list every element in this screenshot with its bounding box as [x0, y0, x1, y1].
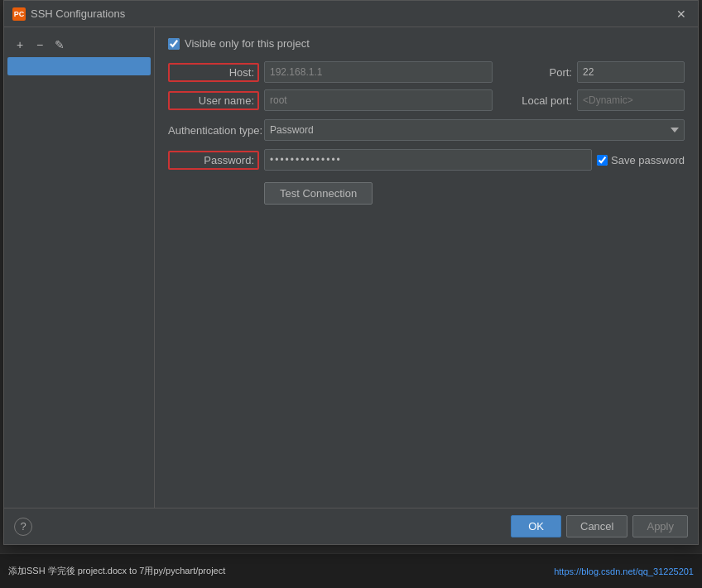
local-port-input[interactable] — [577, 89, 685, 111]
sidebar-toolbar: + − ✎ — [4, 32, 154, 57]
save-password-container: Save password — [597, 154, 685, 166]
dialog-title: SSH Configurations — [31, 7, 125, 20]
username-label: User name: — [168, 91, 259, 110]
auth-type-select[interactable]: Password Key pair (OpenSSH or PuTTY) Ope… — [264, 119, 685, 141]
save-password-checkbox[interactable] — [597, 155, 608, 166]
host-label: Host: — [168, 63, 259, 82]
add-button[interactable]: + — [11, 36, 29, 54]
test-connection-row: Test Connection — [264, 182, 685, 205]
port-label: Port: — [498, 66, 572, 79]
visible-only-row: Visible only for this project — [168, 37, 685, 50]
apply-button[interactable]: Apply — [632, 515, 688, 537]
host-input[interactable] — [264, 61, 493, 83]
auth-type-label: Authentication type: — [168, 124, 259, 137]
ssh-config-item[interactable] — [7, 57, 151, 75]
local-port-label: Local port: — [498, 94, 572, 107]
auth-row: Authentication type: Password Key pair (… — [168, 119, 685, 141]
visible-only-label: Visible only for this project — [185, 37, 310, 50]
password-input[interactable] — [264, 149, 592, 171]
close-button[interactable]: ✕ — [673, 6, 690, 22]
app-icon: PC — [12, 7, 26, 21]
form-grid: Host: Port: User name: Local port: — [168, 61, 685, 111]
remove-button[interactable]: − — [31, 36, 49, 54]
help-button[interactable]: ? — [14, 518, 32, 536]
dialog-footer: ? OK Cancel Apply — [4, 508, 698, 544]
sidebar: + − ✎ — [4, 27, 155, 508]
port-input[interactable] — [577, 61, 685, 83]
auth-select-wrapper: Password Key pair (OpenSSH or PuTTY) Ope… — [264, 119, 685, 141]
password-row: Password: Save password — [168, 149, 685, 171]
edit-button[interactable]: ✎ — [50, 36, 69, 54]
test-connection-button[interactable]: Test Connection — [264, 182, 373, 205]
cancel-button[interactable]: Cancel — [566, 515, 627, 537]
visible-only-checkbox[interactable] — [168, 38, 180, 50]
save-password-label: Save password — [611, 154, 685, 166]
dialog-titlebar: PC SSH Configurations ✕ — [4, 1, 698, 27]
ok-button[interactable]: OK — [511, 515, 561, 537]
password-label: Password: — [168, 151, 259, 170]
username-input[interactable] — [264, 89, 493, 111]
right-panel: Visible only for this project Host: Port… — [155, 27, 698, 508]
